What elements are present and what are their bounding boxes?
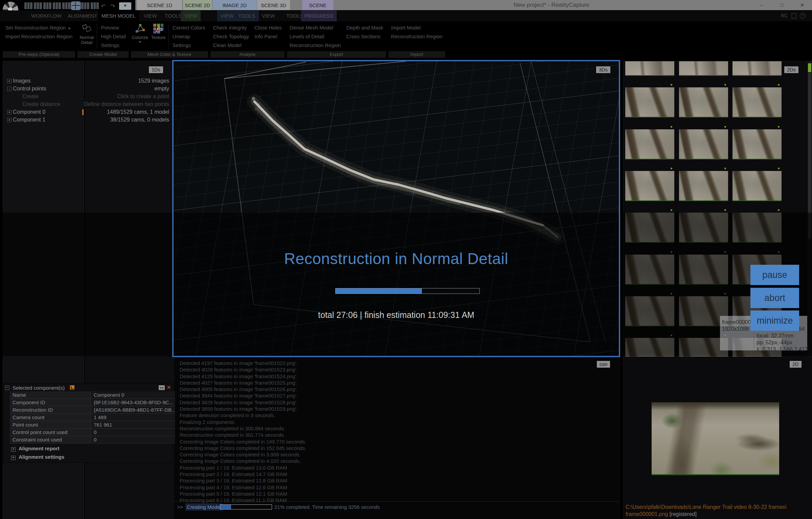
tree-item-label: Component 0 <box>13 109 45 115</box>
tab-scene-1d[interactable]: SCENE 1D <box>137 0 182 10</box>
expand-icon[interactable]: + <box>7 79 12 83</box>
window-minimize-button[interactable]: – <box>758 2 765 8</box>
console-line: Processing part 6 / 19. Estimated 11.1 G… <box>180 497 306 503</box>
ribbon-button-high-detail[interactable]: High Detail <box>101 34 126 39</box>
section-alignment-report[interactable]: +Alignment report <box>11 446 60 452</box>
menu-tools-7[interactable]: TOOLS <box>235 10 259 21</box>
ribbon-button-import-model[interactable]: Import Model <box>391 25 443 30</box>
image-thumbnail[interactable] <box>625 87 674 117</box>
image-preview-photo[interactable] <box>652 402 779 474</box>
ribbon-button-texture[interactable]: Texture <box>149 21 167 40</box>
tree-item-component-1[interactable]: +Component 138/1529 cams, 0 models <box>3 116 173 124</box>
menu-alignment-1[interactable]: ALIGNMENT <box>64 10 101 21</box>
image-thumbnail[interactable] <box>679 255 728 284</box>
close-icon[interactable]: ✕ <box>167 385 171 390</box>
dock-icon[interactable]: ▸◂ <box>159 385 165 390</box>
expand-icon[interactable]: + <box>11 447 16 452</box>
menu-view-8[interactable]: VIEW <box>258 10 278 21</box>
tree-item-create-distance[interactable]: Create distanceDefine distance between t… <box>3 101 173 108</box>
ribbon-button-clean-model[interactable]: Clean Model <box>213 42 249 48</box>
menu-view-6[interactable]: VIEW <box>217 10 237 21</box>
pin-icon[interactable] <box>70 385 74 390</box>
layout-two-columns-icon[interactable] <box>43 2 51 9</box>
layout-three-columns-icon[interactable] <box>34 2 42 9</box>
ribbon-button-reconstruction-region[interactable]: Reconstruction Region <box>290 42 341 48</box>
tab-scene-2d[interactable]: SCENE 2D <box>183 0 212 10</box>
undo-icon[interactable]: ↶ <box>101 3 106 10</box>
tree-item-images[interactable]: +Images1529 images <box>3 77 173 85</box>
collapse-icon[interactable]: - <box>7 87 12 91</box>
section-alignment-settings[interactable]: +Alignment settings <box>11 454 64 460</box>
image-thumbnail[interactable] <box>679 171 728 200</box>
tab-scene[interactable]: SCENE <box>302 0 333 10</box>
window-close-button[interactable]: ✕ <box>798 2 806 8</box>
ribbon-button-unwrap[interactable]: Unwrap <box>173 34 205 39</box>
tree-item-control-points[interactable]: -Control pointsempty <box>3 85 173 93</box>
menu-workflow-0[interactable]: WORKFLOW <box>28 10 65 21</box>
expand-icon[interactable]: + <box>7 110 12 114</box>
ribbon-button-reconstruction-region[interactable]: Reconstruction Region <box>391 34 443 39</box>
expand-icon[interactable]: + <box>7 118 12 122</box>
ribbon-button-check-integrity[interactable]: Check Integrity <box>213 25 249 30</box>
ribbon-button-settings[interactable]: Settings <box>173 42 205 48</box>
console-line: Finalizing 2 components <box>180 419 306 425</box>
minimize-button[interactable]: minimize <box>750 310 799 331</box>
image-thumbnail[interactable] <box>679 61 728 75</box>
tab-image-2d[interactable]: IMAGE 2D <box>212 0 257 10</box>
console-line: Detected 4005 features in image 'frame00… <box>180 386 306 392</box>
layout-rows-left-icon[interactable] <box>53 2 61 9</box>
image-thumbnail[interactable] <box>625 171 674 200</box>
ribbon-button-colorize[interactable]: Colorize <box>131 21 149 43</box>
ribbon-button-settings[interactable]: Settings <box>101 42 126 48</box>
image-thumbnail[interactable] <box>679 87 728 117</box>
menu-view-5[interactable]: VIEW <box>181 10 201 21</box>
tab-scene-3d[interactable]: SCENE 3D <box>257 0 290 10</box>
layout-single-icon[interactable] <box>24 2 32 9</box>
layout-bottom-bar-icon[interactable] <box>81 2 89 9</box>
document-icon[interactable] <box>792 13 796 19</box>
ribbon-button-correct-colors[interactable]: Correct Colors <box>173 25 205 30</box>
image-thumbnail[interactable] <box>625 213 674 242</box>
image-thumbnail[interactable] <box>732 61 782 75</box>
image-thumbnail[interactable] <box>732 87 782 117</box>
image-thumbnail[interactable] <box>732 171 782 200</box>
ribbon-button-set-reconstruction-region[interactable]: Set Reconstruction Region <box>5 25 72 30</box>
collapse-icon[interactable]: − <box>5 386 9 390</box>
layout-split-icon[interactable] <box>62 2 70 9</box>
pause-button[interactable]: pause <box>750 265 799 285</box>
ribbon-button-close-holes[interactable]: Close Holes <box>254 25 282 30</box>
layout-grid-2x2-icon[interactable] <box>72 2 80 9</box>
abort-button[interactable]: abort <box>750 288 799 308</box>
ribbon-button-levels-of-detail[interactable]: Levels of Detail <box>290 34 341 39</box>
image-thumbnail[interactable] <box>625 61 674 75</box>
tree-item-create[interactable]: CreateClick to create a point <box>3 93 173 101</box>
menu-progress-10[interactable]: PROGRESS <box>301 10 337 21</box>
expand-icon[interactable]: + <box>11 456 16 460</box>
ribbon-button-cross-sections[interactable]: Cross Sections <box>346 34 383 39</box>
image-thumbnail[interactable] <box>625 129 674 159</box>
layout-grid-3x3-icon[interactable] <box>91 2 99 9</box>
window-maximize-button[interactable]: □ <box>778 2 786 8</box>
image-thumbnail[interactable] <box>679 213 728 242</box>
scrollbar-thumb[interactable] <box>808 73 811 239</box>
help-icon[interactable]: ? <box>800 13 806 19</box>
image-thumbnail[interactable] <box>625 296 674 326</box>
ribbon-button-import-reconstruction-region[interactable]: Import Reconstruction Region <box>5 34 72 39</box>
property-name: Constraint count used <box>10 436 91 444</box>
image-thumbnail[interactable] <box>625 338 674 357</box>
image-thumbnail[interactable] <box>732 213 782 242</box>
redo-icon[interactable]: ↷ <box>110 3 115 10</box>
ribbon-button-depth-and-mask[interactable]: Depth and Mask <box>346 25 383 30</box>
menu-view-3[interactable]: VIEW <box>140 10 160 21</box>
pin-ribbon-icon[interactable] <box>119 2 131 10</box>
tree-item-component-0[interactable]: +Component 01489/1529 cams, 1 model <box>3 108 173 116</box>
ribbon-button-info-panel[interactable]: Info Panel <box>254 34 282 39</box>
menu-mesh-model-2[interactable]: MESH MODEL <box>98 10 139 21</box>
image-thumbnail[interactable] <box>732 129 782 159</box>
image-thumbnail[interactable] <box>625 255 674 284</box>
ribbon-button-normal-detail[interactable]: Normal Detail <box>77 21 96 45</box>
ribbon-button-preview[interactable]: Preview <box>101 25 126 30</box>
image-thumbnail[interactable] <box>679 129 728 159</box>
ribbon-button-check-topology[interactable]: Check Topology <box>213 34 249 39</box>
ribbon-button-dense-mesh-model[interactable]: Dense Mesh Model <box>290 25 341 30</box>
